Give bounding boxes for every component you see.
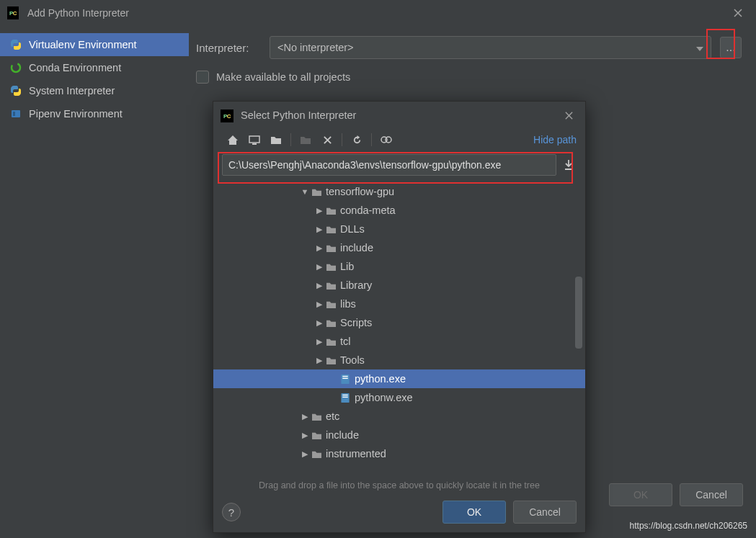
history-icon[interactable] [561,157,577,173]
tree-arrow-icon: ▶ [314,281,324,290]
file-tree[interactable]: ▼tensorflow-gpu▶conda-meta▶DLLs▶include▶… [213,179,585,476]
tree-row[interactable]: ▶Scripts [213,313,585,332]
separator [371,133,372,146]
browse-button[interactable]: ... [720,37,742,58]
checkbox-label: Make available to all projects [216,71,350,83]
sidebar-item-conda[interactable]: Conda Environment [0,56,189,79]
tree-label: conda-meta [340,205,396,216]
pycharm-icon: PC [221,108,234,123]
tree-row[interactable]: ▶Tools [213,351,585,369]
tree-label: DLLs [340,223,365,235]
tree-label: include [326,429,359,441]
chevron-down-icon [696,42,703,53]
close-icon[interactable] [727,2,749,24]
tree-row[interactable]: ▶include [213,426,585,444]
folder-icon [310,431,323,440]
tree-row[interactable]: ▶libs [213,295,585,313]
dialog-title: Add Python Interpreter [27,7,129,19]
popup-title: Select Python Interpreter [241,109,356,121]
tree-row[interactable]: ▼tensorflow-gpu [213,182,585,201]
tree-row[interactable]: ▶instrumented [213,444,585,463]
tree-label: etc [326,411,339,422]
help-button[interactable]: ? [222,503,241,521]
popup-cancel-button[interactable]: Cancel [513,501,577,524]
tree-row[interactable]: ▶tcl [213,332,585,351]
separator [342,133,342,146]
show-hidden-icon[interactable] [375,131,397,148]
delete-icon[interactable] [316,131,338,148]
tree-row[interactable]: pythonw.exe [213,388,585,407]
tree-label: instrumented [326,448,386,459]
hide-path-link[interactable]: Hide path [533,134,577,145]
ok-button[interactable]: OK [609,483,672,506]
pycharm-icon: PC [7,7,19,19]
new-folder-icon[interactable] [295,131,316,148]
sidebar-item-virtualenv[interactable]: Virtualenv Environment [0,33,189,56]
tree-arrow-icon: ▶ [314,356,324,365]
popup-titlebar: PC Select Python Interpreter [213,102,585,129]
svg-rect-4 [252,143,257,145]
tree-arrow-icon: ▶ [314,262,324,272]
tree-arrow-icon: ▶ [300,412,310,421]
available-all-checkbox[interactable] [196,71,209,84]
home-icon[interactable] [222,131,244,148]
folder-icon [324,262,337,272]
titlebar: PC Add Python Interpreter [0,0,756,26]
conda-icon [10,62,22,73]
path-input[interactable]: C:\Users\Penghj\Anaconda3\envs\tensorflo… [222,154,556,176]
sidebar-item-label: Conda Environment [29,62,121,73]
svg-rect-9 [342,377,348,378]
popup-footer: ? OK Cancel [213,495,585,532]
svg-rect-11 [342,394,348,395]
folder-icon [324,337,337,346]
tree-row[interactable]: ▶DLLs [213,220,585,238]
tree-row[interactable]: ▶Lib [213,257,585,276]
desktop-icon[interactable] [244,131,265,148]
tree-row[interactable]: ▶conda-meta [213,201,585,220]
separator [290,133,291,146]
main-footer: OK Cancel [609,483,743,506]
scrollbar-thumb[interactable] [575,277,582,349]
folder-icon [324,281,337,290]
refresh-icon[interactable] [346,131,368,148]
cancel-button[interactable]: Cancel [680,483,743,506]
svg-point-0 [12,63,20,72]
pipenv-icon [10,108,22,120]
tree-label: python.exe [355,373,406,385]
tree-label: include [340,242,373,254]
tree-arrow-icon: ▶ [314,337,324,346]
interpreter-label: Interpreter: [196,42,261,54]
path-row: C:\Users\Penghj\Anaconda3\envs\tensorflo… [213,151,585,179]
select-interpreter-popup: PC Select Python Interpreter [213,101,586,533]
sidebar-item-system[interactable]: System Interpreter [0,79,189,102]
tree-row[interactable]: ▶etc [213,407,585,426]
tree-arrow-icon: ▶ [300,431,310,440]
sidebar: Virtualenv Environment Conda Environment… [0,26,189,472]
close-icon[interactable] [559,106,578,125]
watermark: https://blog.csdn.net/ch206265 [627,519,750,532]
python-icon [10,85,22,97]
svg-point-6 [386,137,391,143]
tree-label: tensorflow-gpu [326,186,394,197]
tree-arrow-icon: ▶ [314,243,324,253]
popup-ok-button[interactable]: OK [443,501,506,524]
tree-arrow-icon: ▼ [300,187,310,196]
interpreter-select[interactable]: <No interpreter> [270,36,711,59]
sidebar-item-pipenv[interactable]: Pipenv Environment [0,102,189,125]
folder-icon [310,187,323,197]
python-file-icon [339,374,352,385]
svg-rect-2 [13,112,15,116]
python-icon [10,39,22,50]
popup-toolbar: Hide path [213,129,585,151]
folder-icon [310,449,323,459]
tree-label: tcl [340,336,351,347]
tree-row[interactable]: python.exe [213,369,585,388]
tree-row[interactable]: ▶Library [213,276,585,295]
interpreter-value: <No interpreter> [277,42,354,53]
tree-arrow-icon: ▶ [314,225,324,234]
tree-row[interactable]: ▶include [213,238,585,257]
tree-label: Library [340,279,372,291]
folder-icon [324,243,337,253]
project-folder-icon[interactable] [265,131,287,148]
folder-icon [324,300,337,309]
